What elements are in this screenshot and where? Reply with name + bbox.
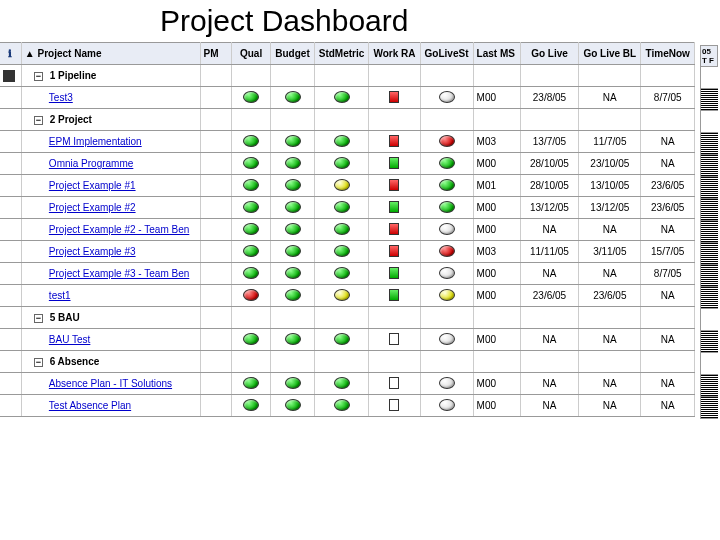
status-square-icon [389,333,399,345]
group-row[interactable]: − 2 Project [0,109,695,131]
gantt-bar [700,221,718,243]
group-label[interactable]: − 6 Absence [21,351,200,373]
workra-cell [369,87,420,109]
col-project-name[interactable]: ▲ Project Name [21,43,200,65]
status-oval-icon [439,223,455,235]
workra-cell [369,175,420,197]
timenow-cell: NA [641,219,695,241]
status-oval-icon [243,223,259,235]
dashboard-grid: ℹ ▲ Project Name PM Qual Budget StdMetri… [0,42,695,417]
project-link[interactable]: Absence Plan - IT Solutions [25,378,172,389]
stdmetric-cell [314,329,369,351]
status-oval-icon [285,179,301,191]
timenow-cell: 15/7/05 [641,241,695,263]
col-go-live-bl[interactable]: Go Live BL [579,43,641,65]
status-oval-icon [334,135,350,147]
lastms-cell: M00 [473,197,520,219]
timenow-cell: NA [641,131,695,153]
golive-cell: NA [520,395,578,417]
collapse-icon[interactable]: − [34,314,43,323]
status-oval-icon [439,289,455,301]
golive-cell: 23/6/05 [520,285,578,307]
lastms-cell: M03 [473,131,520,153]
status-square-icon [389,201,399,213]
col-stdmetric[interactable]: StdMetric [314,43,369,65]
golive-cell: 13/12/05 [520,197,578,219]
status-oval-icon [285,399,301,411]
project-name-cell: Project Example #2 - Team Ben [21,219,200,241]
table-row: Test Absence Plan M00 NA NA NA [0,395,695,417]
project-name-cell: Test Absence Plan [21,395,200,417]
col-pm[interactable]: PM [200,43,231,65]
col-golive-st[interactable]: GoLiveSt [420,43,473,65]
workra-cell [369,263,420,285]
qual-cell [231,197,271,219]
project-link[interactable]: Project Example #1 [25,180,136,191]
group-marker-icon [3,70,15,82]
budget-cell [271,329,314,351]
project-link[interactable]: Test3 [25,92,73,103]
project-link[interactable]: Project Example #3 [25,246,136,257]
row-info-cell [0,263,21,285]
project-link[interactable]: EPM Implementation [25,136,142,147]
info-header-icon[interactable]: ℹ [0,43,21,65]
group-info-cell [0,351,21,373]
pm-cell [200,87,231,109]
row-info-cell [0,329,21,351]
col-budget[interactable]: Budget [271,43,314,65]
status-oval-icon [243,157,259,169]
stdmetric-cell [314,219,369,241]
col-work-ra[interactable]: Work RA [369,43,420,65]
stdmetric-cell [314,131,369,153]
group-row[interactable]: − 6 Absence [0,351,695,373]
golivebl-cell: 3/11/05 [579,241,641,263]
timenow-cell: 8/7/05 [641,87,695,109]
group-label[interactable]: − 5 BAU [21,307,200,329]
status-oval-icon [439,135,455,147]
budget-cell [271,87,314,109]
lastms-cell: M00 [473,373,520,395]
collapse-icon[interactable]: − [34,72,43,81]
budget-cell [271,219,314,241]
group-label[interactable]: − 2 Project [21,109,200,131]
status-square-icon [389,267,399,279]
project-link[interactable]: Test Absence Plan [25,400,131,411]
project-link[interactable]: Omnia Programme [25,158,133,169]
status-oval-icon [439,377,455,389]
budget-cell [271,175,314,197]
group-label[interactable]: − 1 Pipeline [21,65,200,87]
gantt-year: 05 [702,47,716,56]
status-square-icon [389,377,399,389]
collapse-icon[interactable]: − [34,116,43,125]
project-name-cell: Project Example #3 - Team Ben [21,263,200,285]
status-square-icon [389,135,399,147]
golivebl-cell: NA [579,263,641,285]
status-oval-icon [243,399,259,411]
group-row[interactable]: − 1 Pipeline [0,65,695,87]
status-oval-icon [334,377,350,389]
project-link[interactable]: Project Example #2 - Team Ben [25,224,189,235]
col-qual[interactable]: Qual [231,43,271,65]
col-go-live[interactable]: Go Live [520,43,578,65]
budget-cell [271,263,314,285]
qual-cell [231,175,271,197]
table-row: Absence Plan - IT Solutions M00 NA NA NA [0,373,695,395]
col-last-ms[interactable]: Last MS [473,43,520,65]
pm-cell [200,395,231,417]
group-row[interactable]: − 5 BAU [0,307,695,329]
golivest-cell [420,373,473,395]
group-info-cell [0,307,21,329]
workra-cell [369,153,420,175]
pm-cell [200,175,231,197]
col-time-now[interactable]: TimeNow [641,43,695,65]
table-row: Project Example #3 - Team Ben M00 NA NA … [0,263,695,285]
golivest-cell [420,87,473,109]
project-link[interactable]: BAU Test [25,334,91,345]
row-info-cell [0,87,21,109]
project-link[interactable]: Project Example #3 - Team Ben [25,268,189,279]
budget-cell [271,241,314,263]
collapse-icon[interactable]: − [34,358,43,367]
project-link[interactable]: Project Example #2 [25,202,136,213]
qual-cell [231,219,271,241]
project-link[interactable]: test1 [25,290,71,301]
